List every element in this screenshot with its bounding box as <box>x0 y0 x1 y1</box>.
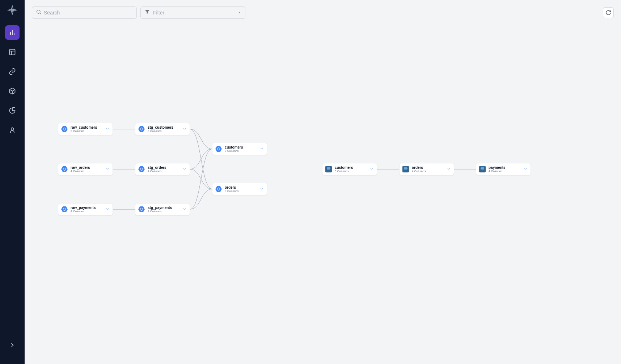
datasource-icon <box>138 206 145 213</box>
node-pg_payments[interactable]: payments4 Columns <box>476 163 531 175</box>
node-customers[interactable]: customers8 Columns <box>212 143 267 155</box>
filter-label: Filter <box>153 10 238 16</box>
node-title: stg_payments <box>148 206 179 210</box>
datasource-icon <box>402 166 409 172</box>
search-input[interactable] <box>44 10 133 16</box>
datasource-icon <box>325 166 332 172</box>
chevron-down-icon[interactable] <box>105 166 110 172</box>
nav-reports[interactable] <box>5 103 20 118</box>
svg-point-2 <box>11 128 14 130</box>
chevron-down-icon[interactable] <box>105 126 110 132</box>
node-title: stg_customers <box>148 125 179 129</box>
nav-users[interactable] <box>5 123 20 137</box>
chevron-down-icon[interactable] <box>182 166 187 172</box>
chevron-down-icon[interactable] <box>447 166 451 172</box>
node-subtitle: 4 Columns <box>148 170 179 173</box>
node-stg_orders[interactable]: stg_orders4 Columns <box>135 163 190 175</box>
node-stg_customers[interactable]: stg_customers3 Columns <box>135 123 190 135</box>
node-title: orders <box>412 166 444 170</box>
filter-icon <box>144 9 150 16</box>
refresh-button[interactable] <box>603 7 614 18</box>
node-subtitle: 9 Columns <box>225 189 257 193</box>
node-title: payments <box>489 166 520 170</box>
node-subtitle: 4 Columns <box>489 170 520 173</box>
nav-links[interactable] <box>5 64 20 79</box>
node-raw_customers[interactable]: raw_customers3 Columns <box>58 123 113 135</box>
node-subtitle: 8 Columns <box>225 149 257 153</box>
node-subtitle: 4 Columns <box>71 210 102 213</box>
search-box[interactable] <box>32 7 137 19</box>
node-raw_payments[interactable]: raw_payments4 Columns <box>58 203 113 215</box>
node-title: customers <box>335 166 367 170</box>
chevron-down-icon[interactable] <box>259 186 264 192</box>
node-title: stg_orders <box>148 166 179 170</box>
node-orders[interactable]: orders9 Columns <box>212 183 267 195</box>
chevron-down-icon[interactable] <box>182 206 187 213</box>
node-pg_customers[interactable]: customers3 Columns <box>322 163 377 175</box>
datasource-icon <box>61 126 68 132</box>
node-title: orders <box>225 185 257 189</box>
node-pg_orders[interactable]: orders4 Columns <box>399 163 454 175</box>
datasource-icon <box>215 186 222 192</box>
chevron-down-icon[interactable] <box>105 206 110 213</box>
nav-lineage[interactable] <box>5 25 20 40</box>
app-logo <box>7 5 17 15</box>
main-area: Filter raw_customers3 Columnsraw_orders4… <box>25 0 621 364</box>
filter-dropdown[interactable]: Filter <box>140 7 245 19</box>
datasource-icon <box>138 126 145 132</box>
nav-expand[interactable] <box>5 338 20 352</box>
chevron-down-icon[interactable] <box>182 126 187 132</box>
node-subtitle: 4 Columns <box>412 170 444 173</box>
node-title: raw_customers <box>71 125 102 129</box>
lineage-canvas[interactable]: raw_customers3 Columnsraw_orders4 Column… <box>25 19 621 364</box>
node-subtitle: 4 Columns <box>71 170 102 173</box>
edge-layer <box>25 19 621 364</box>
node-stg_payments[interactable]: stg_payments4 Columns <box>135 203 190 215</box>
datasource-icon <box>215 146 222 152</box>
datasource-icon <box>61 166 68 172</box>
chevron-down-icon[interactable] <box>369 166 374 172</box>
node-title: raw_orders <box>71 166 102 170</box>
node-subtitle: 3 Columns <box>335 170 367 173</box>
topbar: Filter <box>25 0 621 19</box>
chevron-down-icon[interactable] <box>523 166 528 172</box>
chevron-down-icon[interactable] <box>259 146 264 152</box>
datasource-icon <box>138 166 145 172</box>
datasource-icon <box>479 166 486 172</box>
search-icon <box>36 9 42 16</box>
refresh-icon <box>605 10 611 16</box>
node-title: customers <box>225 145 257 149</box>
svg-point-3 <box>37 10 40 13</box>
node-title: raw_payments <box>71 206 102 210</box>
datasource-icon <box>61 206 68 213</box>
node-subtitle: 4 Columns <box>148 210 179 213</box>
node-subtitle: 3 Columns <box>71 129 102 133</box>
svg-rect-1 <box>10 50 15 55</box>
caret-down-icon <box>238 9 241 16</box>
nav-packages[interactable] <box>5 84 20 98</box>
nav-tables[interactable] <box>5 45 20 59</box>
node-subtitle: 3 Columns <box>148 129 179 133</box>
node-raw_orders[interactable]: raw_orders4 Columns <box>58 163 113 175</box>
sidebar <box>0 0 25 364</box>
